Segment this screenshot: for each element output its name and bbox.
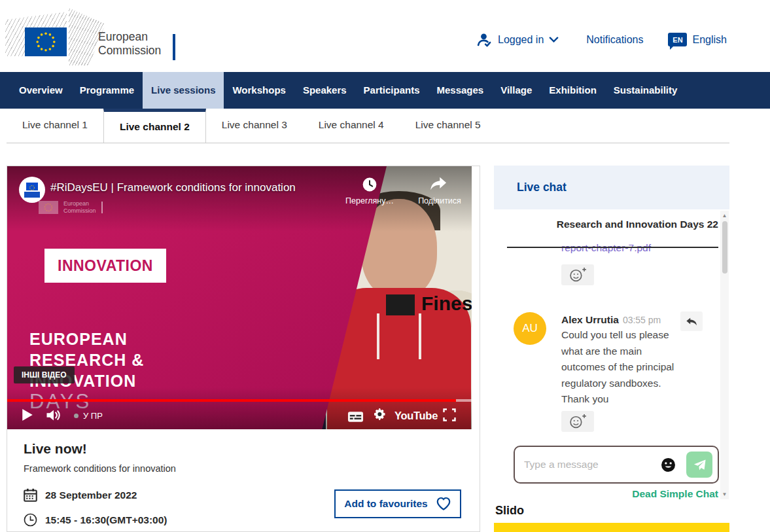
video-player[interactable]: Finest INNOVATION EUROPEAN RESEARCH & IN… <box>7 166 472 429</box>
session-info: Live now! Framework conditions for innov… <box>7 429 480 531</box>
logged-in-menu[interactable]: Logged in <box>476 31 559 48</box>
tab-live-channel-2[interactable]: Live channel 2 <box>103 109 206 143</box>
chat-message-time: 03:55 pm <box>623 315 661 325</box>
nav-item-messages[interactable]: Messages <box>428 72 492 109</box>
tab-live-channel-5[interactable]: Live channel 5 <box>400 109 497 143</box>
live-indicator: У ПР <box>74 411 103 421</box>
other-videos-tooltip: ІНШІ ВІДЕО <box>14 366 75 383</box>
scroll-down-arrow[interactable]: ▼ <box>722 491 727 497</box>
play-button[interactable] <box>22 408 33 424</box>
chat-message-text: Could you tell us please what are the ma… <box>561 327 686 408</box>
video-top-gradient <box>7 166 472 232</box>
tab-live-channel-4[interactable]: Live channel 4 <box>303 109 400 143</box>
fullscreen-button[interactable] <box>443 408 456 424</box>
live-dot <box>74 414 79 418</box>
chat-branding-link[interactable]: Dead Simple Chat <box>587 488 718 500</box>
notifications-link[interactable]: Notifications <box>586 34 643 46</box>
nav-item-speakers[interactable]: Speakers <box>294 72 355 109</box>
nav-item-overview[interactable]: Overview <box>10 72 71 109</box>
nav-item-village[interactable]: Village <box>492 72 540 109</box>
chat-input-box <box>514 446 719 484</box>
chat-attachment-link[interactable]: report-chapter-7.pdf <box>561 242 651 254</box>
chevron-down-icon <box>549 37 559 43</box>
slido-heading: Slido <box>495 504 524 518</box>
session-time: 15:45 - 16:30(GMT+03:00) <box>45 514 167 526</box>
live-chat-header: Live chat <box>494 166 729 209</box>
session-time-row: 15:45 - 16:30(GMT+03:00) <box>24 513 167 527</box>
volume-icon <box>45 408 62 422</box>
watermark-bar <box>101 202 103 213</box>
watermark-flag <box>39 201 58 214</box>
gear-icon <box>374 408 387 421</box>
watch-later-label: Перегляну… <box>338 196 402 205</box>
paper-plane-icon <box>693 458 707 472</box>
chat-avatar: AU <box>514 312 546 345</box>
chat-scrollbar[interactable]: ▲ ▼ <box>720 211 729 499</box>
language-label: English <box>692 34 726 46</box>
captions-button[interactable] <box>347 411 364 425</box>
add-reaction-button[interactable] <box>561 411 594 432</box>
watch-later-button[interactable] <box>362 177 377 195</box>
chat-author-name: Alex Urrutia <box>561 314 619 325</box>
video-bottom-gradient <box>7 387 472 429</box>
reply-arrow-icon <box>686 317 697 327</box>
header-actions: Logged in Notifications EN English <box>476 31 727 48</box>
send-message-button[interactable] <box>686 452 712 478</box>
captions-icon <box>347 411 364 423</box>
eu-stars <box>25 27 67 56</box>
calendar-icon <box>24 488 37 502</box>
nav-item-exhibition[interactable]: Exhibition <box>540 72 605 109</box>
youtube-logo[interactable]: YouTube <box>394 410 438 422</box>
progress-bar-played[interactable] <box>7 399 456 402</box>
smiley-plus-icon <box>569 414 587 429</box>
channel-avatar[interactable] <box>19 177 45 203</box>
nav-item-workshops[interactable]: Workshops <box>224 72 294 109</box>
chat-author-row: Alex Urrutia03:55 pm <box>561 314 661 326</box>
nav-item-participants[interactable]: Participants <box>355 72 429 109</box>
slido-banner <box>494 523 729 532</box>
play-icon <box>22 408 33 421</box>
add-to-favourites-button[interactable]: Add to favourites <box>334 489 461 518</box>
clock-icon <box>362 177 377 192</box>
share-label: Поділитися <box>408 196 472 205</box>
add-reaction-button[interactable] <box>561 264 594 285</box>
emoji-icon <box>661 457 676 472</box>
progress-bar-remaining[interactable] <box>456 399 472 402</box>
live-label: У ПР <box>83 411 103 421</box>
avatar-eu-flag <box>26 183 38 190</box>
hoodie-drawstring <box>419 313 421 359</box>
logo-accent-bar <box>173 34 175 60</box>
language-selector[interactable]: EN English <box>668 33 726 46</box>
main-nav: Overview Programme Live sessions Worksho… <box>0 72 770 109</box>
favourites-label: Add to favourites <box>344 498 427 510</box>
scroll-thumb[interactable] <box>722 221 727 274</box>
channel-tabs: Live channel 1 Live channel 2 Live chann… <box>7 109 729 143</box>
share-button[interactable] <box>429 176 447 194</box>
hoodie-drawstring <box>377 313 379 359</box>
ec-watermark: European Commission <box>39 200 103 214</box>
ec-logo[interactable]: European Commission <box>5 7 195 67</box>
nav-item-sustainability[interactable]: Sustainability <box>605 72 686 109</box>
nav-item-live-sessions[interactable]: Live sessions <box>143 72 224 109</box>
chat-room-title: Research and Innovation Days 22 <box>507 219 718 230</box>
logo-text: European Commission <box>98 30 161 58</box>
volume-button[interactable] <box>45 408 62 425</box>
logo-line-1: European <box>98 30 161 44</box>
video-title[interactable]: #RiDaysEU | Framework conditions for inn… <box>50 181 296 194</box>
chat-message-input[interactable] <box>524 448 648 482</box>
avatar-label-block <box>24 192 40 198</box>
session-card: Finest INNOVATION EUROPEAN RESEARCH & IN… <box>7 166 480 532</box>
logo-line-2: Commission <box>98 44 161 58</box>
tab-live-channel-3[interactable]: Live channel 3 <box>206 109 303 143</box>
tab-live-channel-1[interactable]: Live channel 1 <box>7 109 103 143</box>
settings-button[interactable] <box>374 408 387 424</box>
time-clock-icon <box>24 513 37 527</box>
scroll-up-arrow[interactable]: ▲ <box>722 213 727 219</box>
session-title: Framework conditions for innovation <box>24 463 176 474</box>
emoji-picker-button[interactable] <box>661 457 676 475</box>
live-now-heading: Live now! <box>24 441 87 457</box>
innovation-box: INNOVATION <box>44 249 166 283</box>
share-arrow-icon <box>429 176 447 191</box>
nav-item-programme[interactable]: Programme <box>71 72 143 109</box>
session-date: 28 September 2022 <box>45 489 137 501</box>
